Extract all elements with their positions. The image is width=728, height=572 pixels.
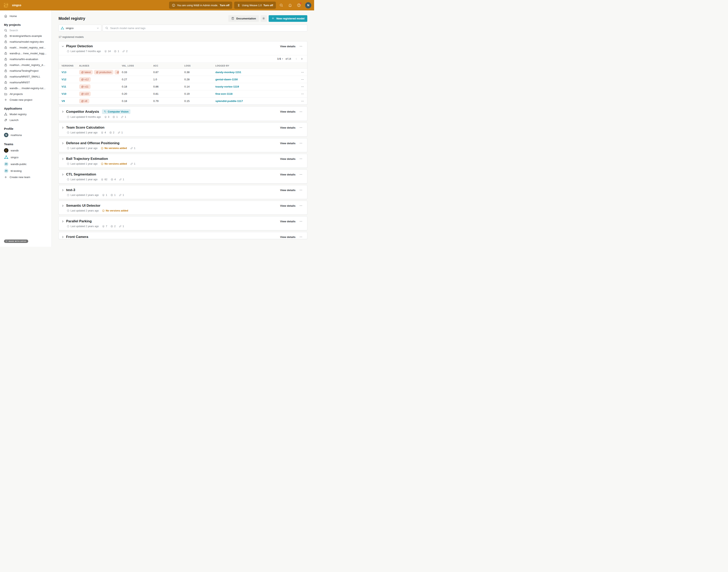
logged-by-run-link[interactable]: splendid-puddle-1117	[212, 99, 298, 102]
sidebar-item-create-new-team[interactable]: Create new team	[3, 174, 50, 180]
overflow-menu-button[interactable]	[299, 141, 303, 145]
overflow-menu-button[interactable]	[299, 126, 303, 129]
sidebar-item-wandb[interactable]: wandb	[3, 147, 50, 154]
model-search-input[interactable]	[110, 27, 305, 30]
overflow-menu-button[interactable]	[299, 173, 303, 176]
view-details-link[interactable]: View details	[280, 204, 295, 207]
view-details-link[interactable]: View details	[280, 173, 295, 176]
val-loss-value: 0.27	[119, 78, 150, 81]
view-details-link[interactable]: View details	[280, 142, 295, 145]
model-name[interactable]: CTL Segmentation	[66, 172, 96, 176]
sidebar-item-noahluna-llm-evaluation[interactable]: noahluna/llm-evaluation	[3, 56, 50, 62]
overflow-menu-button[interactable]	[299, 157, 303, 161]
user-avatar[interactable]: N	[305, 2, 311, 8]
sidebar-item-home[interactable]: Home	[3, 13, 50, 19]
version-link[interactable]: V10	[59, 92, 76, 95]
sidebar-item-create-new-project[interactable]: Create new project	[3, 97, 50, 103]
new-registered-model-button[interactable]: New registered model	[269, 15, 307, 22]
chevron-down-icon[interactable]	[61, 45, 65, 48]
model-name[interactable]: Semantic UI Detector	[66, 204, 101, 208]
model-name[interactable]: Player Detection	[66, 44, 93, 48]
sidebar-item-wandb-public[interactable]: wandb-public	[3, 161, 50, 167]
overflow-menu-button[interactable]	[299, 235, 303, 239]
notifications-bell-button[interactable]	[287, 2, 293, 9]
sidebar-item-noahluna-mnist[interactable]: noahluna/MNIST	[3, 79, 50, 85]
chevron-right-icon[interactable]	[61, 189, 65, 192]
view-details-link[interactable]: View details	[280, 45, 295, 48]
model-name[interactable]: Ball Trajectory Estimation	[66, 157, 108, 161]
version-row-v9: V9@ v90.180.790.15splendid-puddle-1117	[59, 97, 307, 104]
row-overflow-menu-button[interactable]	[300, 85, 305, 88]
admin-turn-off-button[interactable]: Turn off	[220, 4, 229, 7]
chevron-right-icon[interactable]	[61, 142, 65, 145]
sidebar-item-wandb-p-new-model-logg[interactable]: wandb-p... /new_model_logg...	[3, 51, 50, 56]
version-link[interactable]: V9	[59, 99, 76, 102]
view-details-link[interactable]: View details	[280, 110, 295, 113]
sidebar-item-launch[interactable]: Launch	[3, 117, 50, 123]
view-details-link[interactable]: View details	[280, 189, 295, 192]
sidebar-item-all-projects[interactable]: All projects	[3, 91, 50, 97]
version-link[interactable]: V12	[59, 78, 76, 81]
model-name[interactable]: test-3	[66, 188, 75, 192]
overflow-menu-button[interactable]	[299, 110, 303, 114]
weave-turn-off-button[interactable]: Turn off	[263, 4, 273, 7]
help-button[interactable]	[295, 2, 302, 9]
chevron-right-icon[interactable]	[61, 220, 65, 223]
model-tag[interactable]: Computer Vision	[102, 110, 131, 114]
overflow-menu-button[interactable]	[299, 204, 303, 208]
overflow-menu-button[interactable]	[299, 45, 303, 48]
sidebar-item-wandb-model-registry-tut[interactable]: wandb-... /model-registry-tut...	[3, 85, 50, 91]
pagination-next-button[interactable]	[300, 57, 304, 61]
sidebar-project-search-input[interactable]	[9, 29, 42, 32]
chevron-right-icon[interactable]	[61, 235, 65, 239]
column-header-versions: VERSIONS	[59, 65, 76, 67]
model-name[interactable]: Team Score Calculation	[66, 126, 105, 130]
sidebar-item-noahluna-mnist-small[interactable]: noahluna/MNIST_SMALL	[3, 74, 50, 79]
sidebar-item-noahlun-model-registry-d[interactable]: noahlun.../model_registry_d...	[3, 62, 50, 68]
settings-button[interactable]	[261, 15, 267, 22]
overflow-menu-button[interactable]	[299, 219, 303, 223]
version-link[interactable]: V13	[59, 71, 76, 74]
sidebar-item-ttl-testing[interactable]: ttl-testing	[3, 167, 50, 174]
chevron-right-icon[interactable]	[61, 204, 65, 208]
logged-by-run-link[interactable]: genial-dawn-1150	[212, 78, 298, 81]
view-details-link[interactable]: View details	[280, 157, 295, 160]
documentation-button[interactable]: Documentation	[228, 15, 259, 22]
model-card-competitor-analysis: Competitor AnalysisComputer VisionView d…	[59, 106, 307, 121]
row-overflow-menu-button[interactable]	[300, 78, 305, 81]
version-link[interactable]: V11	[59, 85, 76, 88]
view-details-link[interactable]: View details	[280, 235, 295, 238]
sidebar-item-noahluna[interactable]: Nnoahluna	[3, 132, 50, 138]
logged-by-run-link[interactable]: toasty-vortex-1119	[212, 85, 298, 88]
overflow-menu-button[interactable]	[299, 188, 303, 192]
team-selector[interactable]: singco	[59, 25, 102, 31]
model-name[interactable]: Front Camera	[66, 235, 88, 239]
sidebar-item-model-registry[interactable]: Model registry	[3, 112, 50, 117]
row-overflow-menu-button[interactable]	[300, 99, 305, 103]
chevron-right-icon[interactable]	[61, 126, 65, 129]
global-search-button[interactable]	[278, 2, 285, 9]
model-search[interactable]	[103, 25, 307, 31]
pagination-prev-button[interactable]	[294, 57, 299, 61]
row-overflow-menu-button[interactable]	[300, 92, 305, 96]
chevron-right-icon[interactable]	[61, 110, 65, 113]
view-details-link[interactable]: View details	[280, 126, 295, 129]
chevron-right-icon[interactable]	[61, 173, 65, 176]
pagination-range-dropdown[interactable]: 1-5	[277, 58, 283, 60]
sidebar-item-noahluna-testingproject[interactable]: noahluna/TestingProject	[3, 68, 50, 74]
topbar-team-name[interactable]: singco	[12, 4, 21, 7]
model-name[interactable]: Competitor Analysis	[66, 110, 99, 114]
chevron-right-icon[interactable]	[61, 157, 65, 161]
logged-by-run-link[interactable]: dandy-monkey-1151	[212, 71, 298, 74]
model-name[interactable]: Defense and Offense Positioning	[66, 141, 119, 145]
sidebar-item-singco[interactable]: singco	[3, 154, 50, 161]
logged-by-run-link[interactable]: fine-eon-1118	[212, 92, 298, 95]
sidebar-project-search[interactable]	[3, 28, 50, 33]
sidebar-item-ttl-testing-artifacts-example[interactable]: ttl-testing/artifacts-example	[3, 33, 50, 39]
wandb-logo-icon[interactable]	[3, 2, 9, 8]
model-name[interactable]: Parallel Parking	[66, 219, 92, 223]
sidebar-item-noahluna-model-registry-dev[interactable]: noahluna/model-registry-dev	[3, 39, 50, 45]
row-overflow-menu-button[interactable]	[300, 71, 305, 74]
view-details-link[interactable]: View details	[280, 220, 295, 223]
sidebar-item-noahl-model-registry-wal[interactable]: noahl... /model_registry_wal...	[3, 45, 50, 51]
